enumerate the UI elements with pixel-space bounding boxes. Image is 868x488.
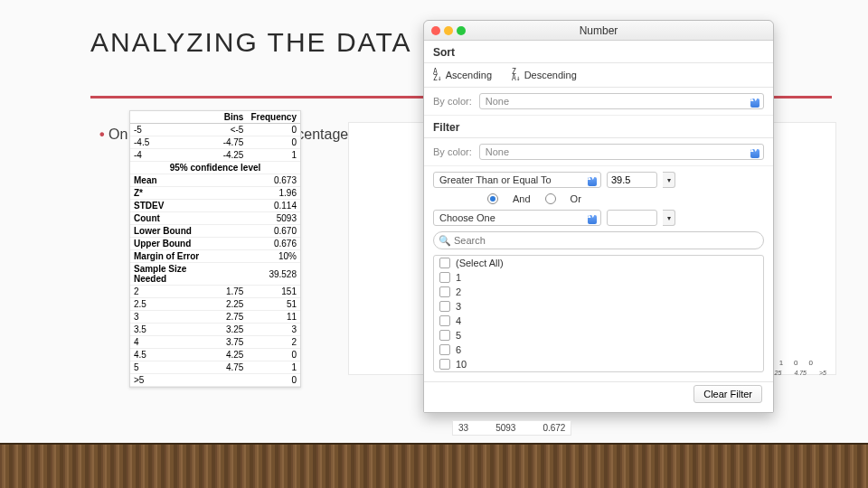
checkbox[interactable]: [439, 315, 450, 326]
filter-value2-dropdown-icon[interactable]: ▾: [663, 210, 675, 226]
sort-descending-button[interactable]: ZA↓ Descending: [512, 69, 577, 81]
sort-by-color-select[interactable]: None▴▾: [479, 93, 764, 109]
filter-by-color-select[interactable]: None▴▾: [479, 144, 764, 160]
filter-search: 🔍: [433, 231, 764, 249]
bullet-1-left: On: [99, 127, 127, 142]
stats-table: Bins Frequency -5<-50 -4.5-4.750 -4-4.25…: [129, 110, 301, 388]
sort-asc-icon: AZ↓: [433, 69, 442, 81]
checkbox[interactable]: [439, 301, 450, 312]
number-filter-window: Number Sort AZ↓ Ascending ZA↓ Descending…: [423, 20, 774, 413]
filter-by-color-label: By color:: [433, 146, 472, 157]
filter-checklist[interactable]: (Select All) 1 2 3 4 5 6 10: [433, 255, 764, 372]
checkbox[interactable]: [439, 272, 450, 283]
wood-footer: [0, 443, 868, 488]
bullet-1-right: centage: [297, 127, 348, 142]
filter-operator2-select[interactable]: Choose One▴▾: [433, 210, 601, 226]
summary-row: 33 5093 0.672: [452, 420, 571, 436]
filter-value2-input[interactable]: [607, 210, 657, 226]
sort-section-label: Sort: [424, 41, 773, 63]
filter-operator-select[interactable]: Greater Than or Equal To▴▾: [433, 172, 601, 188]
filter-section-label: Filter: [424, 116, 773, 138]
search-icon: 🔍: [439, 235, 451, 247]
by-color-label: By color:: [433, 96, 472, 107]
slide-title: ANALYZING THE DATA: [90, 27, 412, 58]
filter-search-input[interactable]: [433, 231, 764, 249]
checkbox[interactable]: [439, 286, 450, 297]
filter-value-dropdown-icon[interactable]: ▾: [663, 172, 675, 188]
checkbox[interactable]: [439, 359, 450, 370]
window-titlebar[interactable]: Number: [424, 21, 773, 41]
filter-value-input[interactable]: [607, 172, 657, 188]
window-title: Number: [580, 24, 618, 37]
clear-filter-button[interactable]: Clear Filter: [693, 385, 762, 403]
close-icon[interactable]: [431, 26, 440, 35]
or-label: Or: [571, 193, 581, 204]
checkbox[interactable]: [439, 330, 450, 341]
and-radio[interactable]: [487, 193, 498, 204]
slide: ANALYZING THE DATA On centage Bins Frequ…: [0, 0, 868, 488]
or-radio[interactable]: [545, 193, 556, 204]
sort-ascending-button[interactable]: AZ↓ Ascending: [433, 69, 492, 81]
and-label: And: [513, 193, 531, 204]
sort-desc-icon: ZA↓: [512, 69, 521, 81]
checkbox[interactable]: [439, 258, 450, 268]
checkbox[interactable]: [439, 344, 450, 355]
